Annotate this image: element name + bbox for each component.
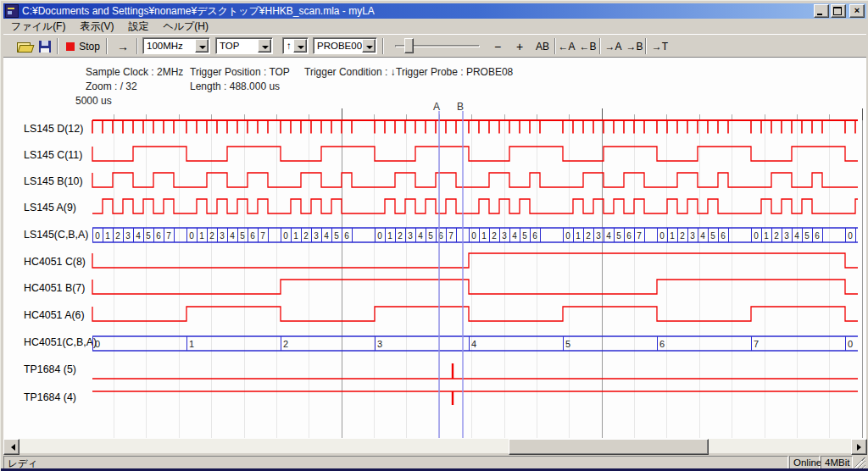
info-zoom: Zoom : / 32 — [86, 80, 137, 92]
toolbar-separator — [106, 38, 108, 54]
zoom-out-button[interactable]: − — [488, 37, 507, 55]
toolbar-separator — [136, 38, 138, 54]
menu-file[interactable]: ファイル(F) — [3, 18, 72, 36]
toolbar-separator — [382, 38, 384, 54]
trigger-position-value: TOP — [220, 41, 239, 51]
menu-view[interactable]: 表示(V) — [72, 18, 120, 36]
arrow-right-icon[interactable] — [851, 439, 867, 455]
arrow-left-icon[interactable] — [3, 439, 19, 455]
maximize-icon[interactable] — [831, 4, 846, 18]
channel-label: LS145(C,B,A) — [24, 229, 88, 241]
info-trigger-probe: Trigger Probe : PROBE08 — [396, 66, 513, 78]
channel-label: HC4051 A(6) — [24, 309, 85, 321]
app-icon — [5, 4, 19, 18]
channel-label: LS145 D(12) — [24, 123, 83, 135]
scrollbar-thumb[interactable] — [509, 439, 709, 455]
trigger-probe-combobox[interactable]: PROBE00 — [313, 37, 377, 54]
toolbar-separator — [57, 38, 58, 54]
resize-grip-icon[interactable] — [854, 457, 865, 468]
ab-button[interactable]: AB — [531, 37, 554, 55]
app-window: C:¥Documents and Settings¥noname¥デスクトップ¥… — [0, 0, 868, 471]
menu-settings[interactable]: 設定 — [120, 18, 155, 36]
title-bar[interactable]: C:¥Documents and Settings¥noname¥デスクトップ¥… — [3, 3, 866, 19]
toolbar-separator — [599, 38, 601, 54]
menu-help[interactable]: ヘルプ(H) — [155, 18, 215, 36]
window-title: C:¥Documents and Settings¥noname¥デスクトップ¥… — [22, 4, 375, 19]
chevron-down-icon[interactable] — [258, 39, 271, 53]
trigger-position-combobox[interactable]: TOP — [215, 37, 273, 54]
goto-cursor-b-button[interactable]: ←B — [578, 37, 598, 55]
run-button[interactable]: → — [109, 37, 136, 55]
sample-clock-combobox[interactable]: 100MHz — [142, 37, 210, 54]
toolbar: Stop → 100MHz TOP ↑ PROBE00 − + AB ←A ←B — [3, 34, 866, 58]
toolbar-separator — [554, 38, 556, 54]
stop-button[interactable]: Stop — [62, 37, 104, 55]
minimize-icon[interactable] — [814, 4, 829, 18]
channel-label: HC4051 B(7) — [24, 282, 85, 294]
trigger-edge-value: ↑ — [287, 41, 292, 51]
horizontal-scrollbar[interactable] — [3, 439, 866, 453]
channel-label: LS145 A(9) — [24, 202, 76, 213]
close-icon[interactable]: × — [849, 4, 865, 18]
set-cursor-a-button[interactable]: →A — [604, 37, 623, 55]
toolbar-separator — [645, 38, 647, 54]
channel-label: TP1684 (5) — [24, 363, 76, 375]
chevron-down-icon[interactable] — [293, 39, 307, 53]
goto-cursor-a-button[interactable]: ←A — [557, 37, 576, 55]
waveform-client-area[interactable] — [3, 58, 866, 439]
open-file-button[interactable] — [14, 37, 37, 55]
stop-label: Stop — [79, 41, 100, 53]
floppy-save-icon — [39, 41, 51, 53]
channel-label: LS145 B(10) — [24, 175, 83, 187]
set-cursor-b-button[interactable]: →B — [625, 37, 644, 55]
menu-bar: ファイル(F) 表示(V) 設定 ヘルプ(H) — [3, 19, 866, 34]
trigger-probe-value: PROBE00 — [317, 41, 362, 51]
channel-label: TP1684 (4) — [24, 391, 76, 403]
info-trigger-condition: Trigger Condition : ↓ — [304, 66, 396, 78]
status-bar: レディ Online 4MBit — [3, 455, 866, 469]
channel-label: HC4051 C(8) — [24, 256, 86, 268]
trigger-edge-combobox[interactable]: ↑ — [282, 37, 309, 54]
time-scale-label: 5000 us — [75, 95, 112, 107]
chevron-down-icon[interactable] — [362, 39, 376, 53]
info-sample-clock: Sample Clock : 2MHz — [86, 66, 183, 78]
channel-label: HC4051(C,B,A) — [24, 336, 97, 348]
save-file-button[interactable] — [35, 37, 55, 55]
chevron-down-icon[interactable] — [195, 39, 209, 53]
stop-square-icon — [66, 42, 75, 51]
sample-clock-value: 100MHz — [147, 41, 183, 51]
info-trigger-position: Trigger Position : TOP — [190, 66, 290, 78]
zoom-slider-handle[interactable] — [404, 38, 414, 53]
channel-label: LS145 C(11) — [24, 149, 82, 161]
folder-open-icon — [17, 41, 34, 52]
goto-trigger-button[interactable]: →T — [650, 37, 670, 55]
zoom-in-button[interactable]: + — [510, 37, 529, 55]
info-length: Length : 488.000 us — [190, 80, 280, 92]
